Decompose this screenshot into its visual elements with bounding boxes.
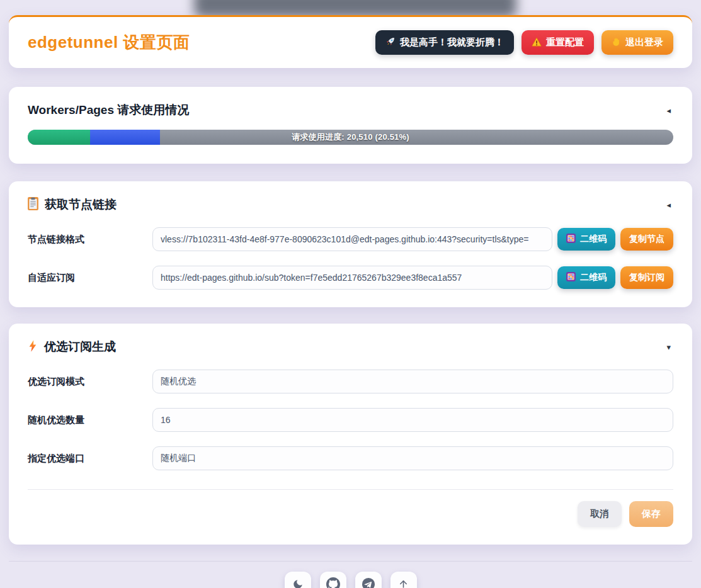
wave-hand-icon [612,37,621,48]
copy-node-label: 复制节点 [629,234,664,245]
random-count-row: 随机优选数量 [28,408,673,432]
qrcode-node-button[interactable]: 二维码 [557,228,615,251]
cancel-button[interactable]: 取消 [578,501,622,527]
dark-mode-toggle[interactable] [285,572,311,588]
qrcode-node-label: 二维码 [580,234,607,245]
preferred-port-input[interactable] [152,446,673,470]
preferred-mode-label: 优选订阅模式 [28,376,152,388]
adaptive-sub-input[interactable] [152,266,552,290]
adaptive-sub-row: 自适应订阅 二维码 复制订阅 [28,266,673,290]
scroll-top-button[interactable] [390,572,417,588]
preferred-port-label: 指定优选端口 [28,453,152,465]
page-title: edgetunnel 设置页面 [28,31,190,54]
logout-button[interactable]: 退出登录 [601,30,673,55]
adaptive-sub-label: 自适应订阅 [28,272,152,284]
expert-mode-label: 我是高手！我就要折腾！ [400,37,504,48]
telegram-link-button[interactable] [355,572,382,588]
node-link-input[interactable] [152,227,552,251]
github-link-button[interactable] [320,572,346,588]
copy-node-button[interactable]: 复制节点 [620,228,673,251]
random-count-input[interactable] [152,408,673,432]
collapse-arrow-icon[interactable]: ◂ [664,198,673,212]
preferred-sub-title: 优选订阅生成 [44,339,116,355]
copy-sub-button[interactable]: 复制订阅 [620,266,673,289]
usage-progress-bar: 请求使用进度: 20,510 (20.51%) [28,130,673,145]
random-count-label: 随机优选数量 [28,414,152,426]
moon-icon [292,579,304,588]
node-link-row: 节点链接格式 二维码 复制节点 [28,227,673,251]
lightning-icon [28,339,38,355]
qrcode-sub-button[interactable]: 二维码 [557,266,615,289]
reset-config-button[interactable]: 重置配置 [521,30,594,55]
node-links-card: 获取节点链接 ◂ 节点链接格式 二维码 复制节点 自适应订阅 [9,181,692,307]
qrcode-icon [566,272,576,283]
github-icon [326,577,340,588]
node-link-label: 节点链接格式 [28,234,152,246]
progress-label: 请求使用进度: 20,510 (20.51%) [28,130,673,145]
clipboard-icon [28,197,38,213]
save-button[interactable]: 保存 [629,501,673,527]
qrcode-icon [566,234,576,245]
actions-divider [28,489,673,490]
telegram-icon [362,577,375,588]
node-links-title: 获取节点链接 [45,196,117,213]
preferred-port-row: 指定优选端口 [28,446,673,470]
footer [9,561,692,588]
usage-title: Workers/Pages 请求使用情况 [28,102,189,118]
rocket-icon [385,37,396,48]
page-container: edgetunnel 设置页面 我是高手！我就要折腾！ 重置配置 退出登录 [0,15,701,588]
logout-label: 退出登录 [625,37,663,48]
form-actions: 取消 保存 [28,501,673,527]
warning-icon [532,37,542,48]
header-buttons: 我是高手！我就要折腾！ 重置配置 退出登录 [375,30,673,55]
copy-sub-label: 复制订阅 [629,272,664,283]
usage-card: Workers/Pages 请求使用情况 ◂ 请求使用进度: 20,510 (2… [9,87,692,164]
preferred-mode-input[interactable] [152,370,673,393]
preferred-sub-card: 优选订阅生成 ▾ 优选订阅模式 随机优选数量 指定优选端口 取消 保存 [9,324,692,545]
collapse-arrow-icon[interactable]: ◂ [664,104,673,117]
qrcode-sub-label: 二维码 [580,272,607,283]
header-card: edgetunnel 设置页面 我是高手！我就要折腾！ 重置配置 退出登录 [9,15,692,68]
reset-config-label: 重置配置 [546,37,584,48]
preferred-mode-row: 优选订阅模式 [28,370,673,393]
collapse-arrow-icon[interactable]: ▾ [664,341,673,354]
arrow-up-icon [397,578,409,588]
expert-mode-button[interactable]: 我是高手！我就要折腾！ [375,30,514,55]
